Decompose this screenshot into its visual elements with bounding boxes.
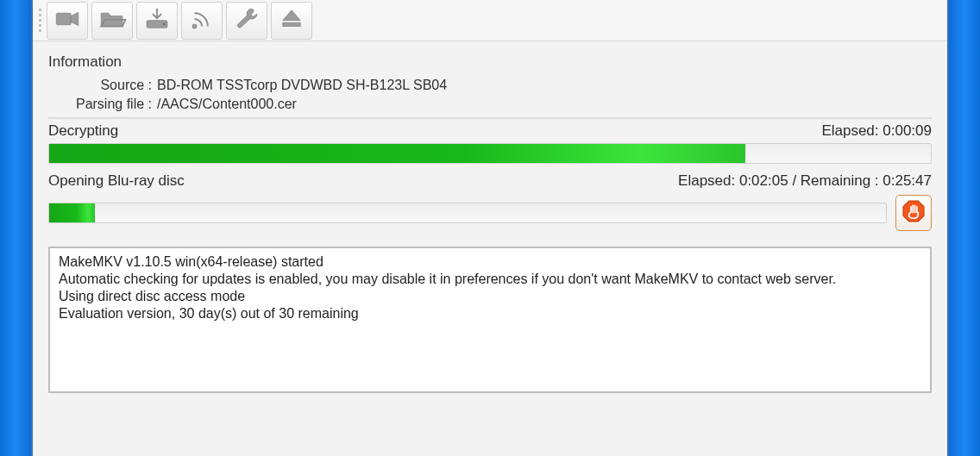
task1-name: Decrypting xyxy=(48,122,118,140)
task2-name: Opening Blu-ray disc xyxy=(48,172,185,190)
task1-progress-bar xyxy=(49,144,745,163)
stop-hand-icon xyxy=(901,198,927,228)
parsing-value: /AACS/Content000.cer xyxy=(157,97,297,112)
svg-point-2 xyxy=(163,22,166,25)
divider-1 xyxy=(48,117,932,119)
folder-open-icon xyxy=(97,4,127,37)
desktop-stripe-left xyxy=(0,0,31,456)
log-line: Using direct disc access mode xyxy=(59,288,921,305)
save-to-disk-button[interactable] xyxy=(136,2,178,40)
settings-button[interactable] xyxy=(226,2,267,40)
task2-timing: Elapsed: 0:02:05 / Remaining : 0:25:47 xyxy=(678,172,932,190)
task1-elapsed: Elapsed: 0:00:09 xyxy=(821,122,932,140)
eject-icon xyxy=(277,4,306,37)
task2-progress xyxy=(48,203,887,223)
desktop-stripe-right xyxy=(949,0,980,456)
task1-header: Decrypting Elapsed: 0:00:09 xyxy=(48,122,932,140)
wrench-icon xyxy=(232,4,261,37)
log-textarea[interactable]: MakeMKV v1.10.5 win(x64-release) started… xyxy=(48,247,932,393)
toolbar xyxy=(33,0,947,41)
stream-button[interactable] xyxy=(181,2,223,40)
task2-row xyxy=(48,195,932,231)
parsing-row: Parsing file : /AACS/Content000.cer xyxy=(69,97,932,112)
source-row: Source : BD-ROM TSSTcorp DVDWBD SH-B123L… xyxy=(69,78,932,93)
info-heading: Information xyxy=(48,53,932,71)
parsing-label: Parsing file : xyxy=(69,97,152,112)
task2-header: Opening Blu-ray disc Elapsed: 0:02:05 / … xyxy=(48,172,932,190)
source-value: BD-ROM TSSTcorp DVDWBD SH-B123L SB04 xyxy=(157,78,447,93)
stream-icon xyxy=(187,4,217,37)
log-line: Automatic checking for updates is enable… xyxy=(59,271,921,288)
svg-rect-4 xyxy=(283,22,300,26)
open-folder-button[interactable] xyxy=(91,2,133,40)
task1-progress xyxy=(48,143,932,164)
open-video-button[interactable] xyxy=(47,2,88,40)
eject-button[interactable] xyxy=(271,2,312,40)
video-camera-icon xyxy=(53,4,82,37)
makemkv-window: Information Source : BD-ROM TSSTcorp DVD… xyxy=(31,0,949,456)
task2-progress-bar xyxy=(49,203,95,222)
source-label: Source : xyxy=(69,78,152,93)
svg-point-3 xyxy=(192,23,197,28)
status-panel: Information Source : BD-ROM TSSTcorp DVD… xyxy=(33,41,947,231)
log-line: MakeMKV v1.10.5 win(x64-release) started xyxy=(59,253,921,271)
cancel-button[interactable] xyxy=(895,195,932,231)
log-line: Evaluation version, 30 day(s) out of 30 … xyxy=(59,305,921,322)
harddrive-download-icon xyxy=(142,4,172,37)
svg-rect-0 xyxy=(56,13,71,25)
toolbar-grip[interactable] xyxy=(36,3,45,38)
